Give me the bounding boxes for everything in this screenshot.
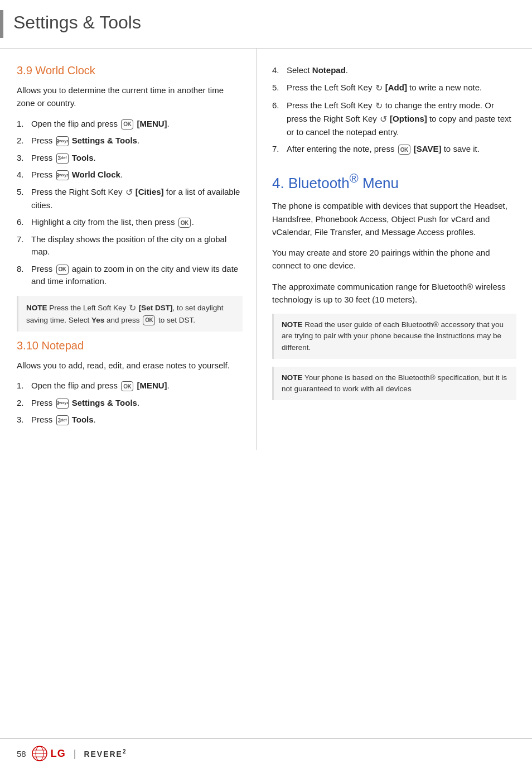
ok-icon: OK: [121, 119, 133, 129]
ok-icon-note: OK: [143, 315, 155, 325]
lg-globe-icon: [32, 746, 47, 761]
bluetooth-note-1: NOTE Read the user guide of each Bluetoo…: [272, 314, 516, 359]
right-soft-key-icon: ↺: [125, 186, 133, 199]
page-container: Settings & Tools 3.9 World Clock Allows …: [0, 0, 532, 768]
page-title: Settings & Tools: [13, 10, 141, 38]
notepad-step-7: 7. After entering the note, press OK [SA…: [272, 143, 516, 156]
bluetooth-note-2: NOTE Your phone is based on the Bluetoot…: [272, 367, 516, 401]
3def-icon: 3def: [56, 153, 69, 164]
page-number: 58: [17, 749, 26, 759]
world-clock-steps: 1. Open the flip and press OK [MENU]. 2.…: [17, 118, 243, 288]
left-soft-key-icon-note: ↻: [129, 301, 136, 315]
9wxyz-icon-3: 9wxyz: [56, 399, 69, 409]
step-7: 7. The display shows the position of the…: [17, 233, 243, 258]
step-8: 8. Press OK again to zoom in on the city…: [17, 263, 243, 288]
notepad-step-1: 1. Open the flip and press OK [MENU].: [17, 380, 243, 392]
section-3-10-title: 3.10 Notepad: [17, 339, 243, 352]
notepad-step-4: 4. Select Notepad.: [272, 64, 516, 77]
main-content: 3.9 World Clock Allows you to determine …: [0, 49, 532, 450]
header-accent: [0, 10, 3, 38]
footer-logo: LG: [32, 746, 66, 761]
step-4: 4. Press 9wxyz World Clock.: [17, 169, 243, 181]
section-3-9-title: 3.9 World Clock: [17, 64, 243, 77]
world-clock-note: NOTE Press the Left Soft Key ↻ [Set DST]…: [17, 296, 243, 332]
bluetooth-note-1-text: Read the user guide of each Bluetooth® a…: [282, 320, 504, 352]
ok-icon-2: OK: [178, 218, 191, 228]
notepad-step-3: 3. Press 3def Tools.: [17, 414, 243, 426]
page-header: Settings & Tools: [0, 0, 532, 49]
notepad-steps-left: 1. Open the flip and press OK [MENU]. 2.…: [17, 380, 243, 426]
step-1: 1. Open the flip and press OK [MENU].: [17, 118, 243, 131]
step-5: 5. Press the Right Soft Key ↺ [Cities] f…: [17, 186, 243, 212]
notepad-steps-right: 4. Select Notepad. 5. Press the Left Sof…: [272, 64, 516, 156]
section-4-para3: The approximate communication range for …: [272, 280, 516, 306]
ok-icon-5: OK: [398, 145, 410, 155]
9wxyz-icon-2: 9wxyz: [56, 170, 69, 180]
step-3: 3. Press 3def Tools.: [17, 152, 243, 165]
right-soft-key-icon-2: ↺: [380, 113, 387, 126]
notepad-step-5: 5. Press the Left Soft Key ↻ [Add] to wr…: [272, 81, 516, 95]
lg-brand-text: LG: [51, 748, 66, 760]
9wxyz-icon: 9wxyz: [56, 136, 69, 146]
page-footer: 58 LG | REVERE2: [0, 738, 532, 768]
section-4-title: 4. Bluetooth® Menu: [272, 171, 516, 192]
section-4-para2: You may create and store 20 pairings wit…: [272, 246, 516, 272]
section-4-para1: The phone is compatible with devices tha…: [272, 199, 516, 238]
left-column: 3.9 World Clock Allows you to determine …: [0, 49, 257, 450]
step-6: 6. Highlight a city from the list, then …: [17, 216, 243, 229]
section-3-9-intro: Allows you to determine the current time…: [17, 84, 243, 110]
ok-icon-3: OK: [56, 265, 69, 275]
step-2: 2. Press 9wxyz Settings & Tools.: [17, 135, 243, 147]
notepad-step-6: 6. Press the Left Soft Key ↻ to change t…: [272, 99, 516, 139]
right-column: 4. Select Notepad. 5. Press the Left Sof…: [257, 49, 532, 450]
ok-icon-4: OK: [121, 381, 133, 391]
section-3-10-intro: Allows you to add, read, edit, and erase…: [17, 359, 243, 372]
footer-model: REVERE2: [84, 748, 127, 759]
footer-divider: |: [74, 748, 76, 760]
step-7-text: The display shows the position of the ci…: [31, 233, 243, 258]
3def-icon-2: 3def: [56, 415, 69, 425]
left-soft-key-icon-2: ↻: [375, 81, 383, 95]
notepad-step-2: 2. Press 9wxyz Settings & Tools.: [17, 397, 243, 410]
left-soft-key-icon-3: ↻: [375, 99, 383, 113]
bluetooth-note-2-text: Your phone is based on the Bluetooth® sp…: [282, 373, 507, 393]
